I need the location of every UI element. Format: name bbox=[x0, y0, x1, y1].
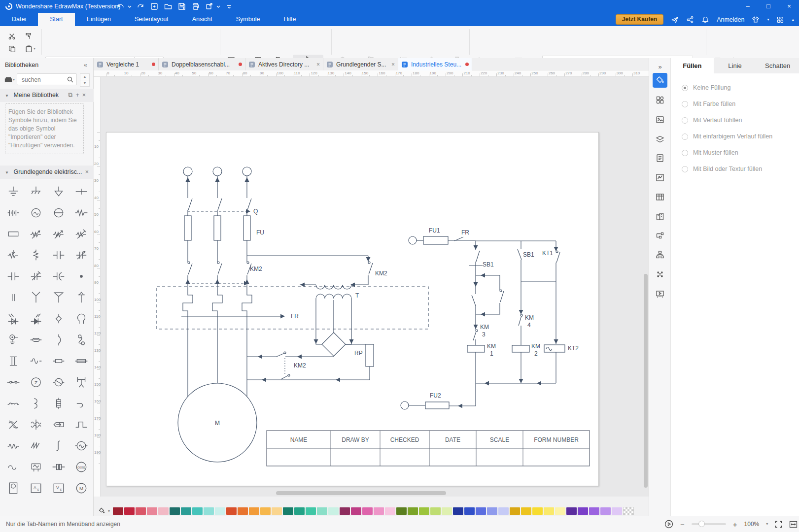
smart-layout-panel-icon[interactable] bbox=[653, 267, 667, 282]
image-panel-icon[interactable] bbox=[653, 112, 667, 127]
horizontal-scroll-thumb[interactable] bbox=[276, 491, 446, 495]
document-tab[interactable]: Vergleiche 1 bbox=[94, 58, 159, 70]
symbol-folded-antenna[interactable] bbox=[71, 287, 92, 308]
zoom-slider-thumb[interactable] bbox=[698, 521, 705, 527]
fill-option[interactable]: Mit Verlauf fühllen bbox=[682, 115, 742, 125]
undo-button[interactable] bbox=[116, 2, 126, 11]
symbol-ampere-second-meter[interactable]: As bbox=[26, 478, 46, 499]
color-swatch[interactable] bbox=[589, 507, 599, 515]
symbol-direction-meter[interactable] bbox=[48, 372, 69, 393]
symbol-crossover[interactable] bbox=[71, 181, 92, 202]
color-swatch[interactable] bbox=[544, 507, 554, 515]
collapse-section-icon[interactable]: ▼ bbox=[5, 94, 9, 98]
color-swatch[interactable] bbox=[204, 507, 214, 515]
quick-access-more-icon[interactable] bbox=[226, 2, 236, 11]
color-swatch[interactable] bbox=[113, 507, 123, 515]
symbol-break-contact[interactable] bbox=[3, 287, 24, 308]
symbol-motor[interactable]: M bbox=[71, 478, 92, 499]
canvas-area[interactable]: 1020304050607080901001101201301401501601… bbox=[94, 77, 649, 497]
vertical-scrollbar[interactable] bbox=[643, 77, 648, 497]
no-color-swatch[interactable] bbox=[623, 507, 634, 515]
import-symbols-icon[interactable]: ⧉ bbox=[68, 92, 75, 99]
theme-dropdown-icon[interactable]: ▾ bbox=[767, 17, 769, 22]
expand-panel-icon[interactable]: » bbox=[653, 59, 667, 74]
symbol-wavy-loop[interactable] bbox=[3, 457, 24, 477]
color-swatch[interactable] bbox=[498, 507, 509, 515]
symbol-noise-source[interactable] bbox=[3, 435, 24, 456]
collapse-section-icon[interactable]: ▼ bbox=[5, 170, 9, 175]
color-swatch[interactable] bbox=[555, 507, 565, 515]
symbol-crt-tube[interactable] bbox=[3, 478, 24, 499]
color-swatch[interactable] bbox=[487, 507, 497, 515]
symbol-resistor-stack[interactable] bbox=[48, 393, 69, 414]
color-swatch[interactable] bbox=[521, 507, 531, 515]
color-swatch[interactable] bbox=[419, 507, 429, 515]
color-swatch[interactable] bbox=[578, 507, 588, 515]
symbol-multicell-battery[interactable] bbox=[3, 202, 24, 223]
symbol-trimmer-capacitor[interactable] bbox=[26, 266, 46, 287]
symbol-antenna[interactable] bbox=[26, 287, 46, 308]
color-swatch[interactable] bbox=[272, 507, 282, 515]
symbol-surge-arrester[interactable] bbox=[71, 372, 92, 393]
library-scroll-down-button[interactable]: ▼ bbox=[80, 80, 90, 87]
color-swatch[interactable] bbox=[385, 507, 395, 515]
drawing-page[interactable]: QFUKM2KM2TFRRPKM2MFU1FRSB1SB1KT1KM3KM4KM… bbox=[106, 132, 599, 486]
minimize-button[interactable]: – bbox=[738, 0, 758, 13]
export-dropdown-icon[interactable] bbox=[216, 2, 226, 11]
redo-button[interactable] bbox=[136, 2, 146, 11]
orgchart-panel-icon[interactable] bbox=[653, 247, 667, 262]
signin-link[interactable]: Anmelden bbox=[717, 16, 744, 23]
library-menu-icon[interactable] bbox=[4, 75, 13, 84]
presentation-panel-icon[interactable] bbox=[653, 287, 667, 301]
menu-datei[interactable]: Datei bbox=[0, 13, 38, 26]
color-swatch[interactable] bbox=[124, 507, 135, 515]
color-swatch[interactable] bbox=[181, 507, 191, 515]
electrical-section-header[interactable]: ▼ Grundlegende elektrisc... × bbox=[0, 166, 94, 179]
symbol-chassis-ground[interactable] bbox=[26, 181, 46, 202]
color-swatch[interactable] bbox=[612, 507, 622, 515]
add-symbols-icon[interactable]: + bbox=[75, 92, 82, 99]
library-menu-dropdown-icon[interactable]: ▾ bbox=[13, 78, 15, 82]
symbol-capacitor[interactable] bbox=[48, 245, 69, 266]
save-button[interactable] bbox=[177, 2, 187, 11]
symbol-delay-line[interactable] bbox=[3, 372, 24, 393]
radio-icon[interactable] bbox=[682, 133, 688, 140]
color-swatch[interactable] bbox=[215, 507, 225, 515]
symbol-air-core-transformer[interactable] bbox=[26, 414, 46, 435]
symbol-trimmer-potentiometer[interactable] bbox=[71, 224, 92, 244]
symbol-inductor[interactable] bbox=[3, 393, 24, 414]
color-swatch[interactable] bbox=[374, 507, 384, 515]
symbol-curved-plate[interactable] bbox=[48, 330, 69, 350]
collapse-panel-icon[interactable]: « bbox=[84, 58, 87, 72]
fill-drop-icon[interactable] bbox=[98, 507, 105, 515]
color-swatch[interactable] bbox=[283, 507, 293, 515]
color-swatch[interactable] bbox=[294, 507, 305, 515]
color-swatch[interactable] bbox=[306, 507, 316, 515]
zoom-in-button[interactable]: + bbox=[733, 520, 737, 529]
fill-option[interactable]: Mit Farbe füllen bbox=[682, 99, 735, 109]
symbol-bridge-rectifier[interactable] bbox=[26, 457, 46, 477]
symbol-earth-ground[interactable] bbox=[3, 181, 24, 202]
radio-icon[interactable] bbox=[682, 101, 688, 107]
table-panel-icon[interactable] bbox=[653, 190, 667, 204]
close-button[interactable]: × bbox=[779, 0, 799, 13]
tab-schatten[interactable]: Schatten bbox=[756, 58, 799, 73]
chart-panel-icon[interactable] bbox=[653, 170, 667, 185]
menu-symbole[interactable]: Symbole bbox=[224, 13, 272, 26]
new-document-button[interactable] bbox=[150, 2, 160, 11]
tshirt-theme-icon[interactable] bbox=[752, 16, 760, 24]
symbol-current-limiting-resistor[interactable] bbox=[3, 245, 24, 266]
symbol-signal-ground[interactable] bbox=[48, 181, 69, 202]
notifications-icon[interactable] bbox=[701, 16, 709, 24]
search-icon[interactable] bbox=[67, 76, 74, 83]
color-swatch[interactable] bbox=[566, 507, 577, 515]
symbol-sine-wave[interactable] bbox=[26, 351, 46, 371]
symbol-buzzer[interactable] bbox=[26, 330, 46, 350]
palette-dropdown-icon[interactable]: ▾ bbox=[108, 509, 110, 513]
color-swatch[interactable] bbox=[147, 507, 157, 515]
search-input[interactable] bbox=[21, 74, 68, 85]
shapes-panel-icon[interactable] bbox=[653, 93, 667, 107]
radio-icon[interactable] bbox=[682, 166, 688, 172]
paste-dropdown-icon[interactable]: ▾ bbox=[34, 47, 35, 51]
symbol-integrator[interactable] bbox=[48, 435, 69, 456]
